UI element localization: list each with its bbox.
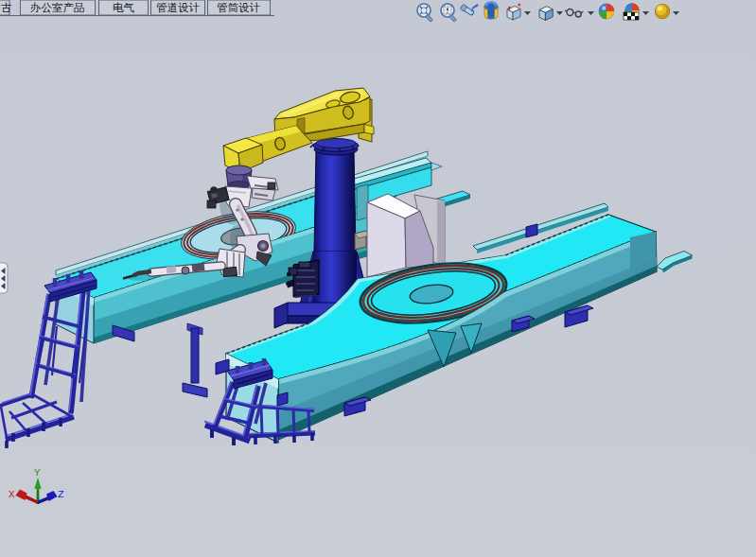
- svg-text:Z: Z: [58, 489, 64, 500]
- svg-text:管筒设计: 管筒设计: [217, 2, 261, 13]
- svg-text:管道设计: 管道设计: [156, 2, 201, 13]
- svg-text:Y: Y: [34, 467, 41, 479]
- svg-text:电气: 电气: [113, 2, 134, 13]
- svg-text:X: X: [9, 489, 15, 500]
- svg-text:古: 古: [1, 2, 12, 13]
- svg-text:办公室产品: 办公室产品: [30, 2, 85, 13]
